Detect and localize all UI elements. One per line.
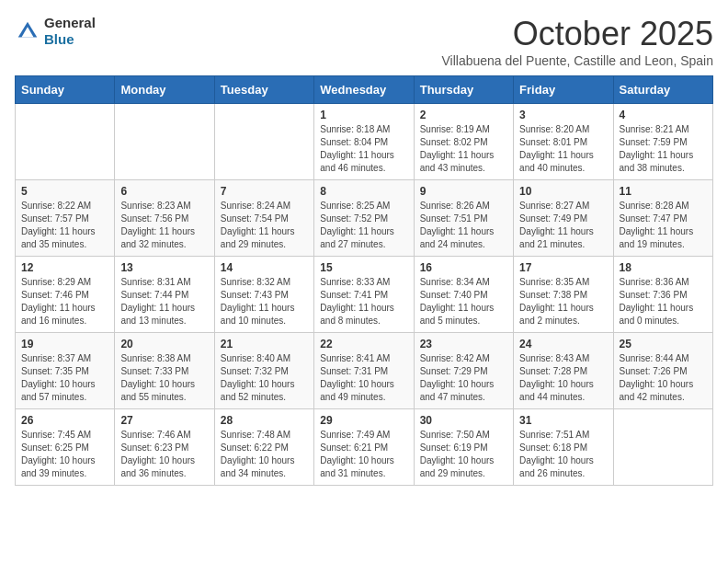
day-info: Sunrise: 8:41 AMSunset: 7:31 PMDaylight:… bbox=[320, 352, 407, 404]
calendar-cell: 15Sunrise: 8:33 AMSunset: 7:41 PMDayligh… bbox=[314, 257, 414, 333]
day-info: Sunrise: 7:45 AMSunset: 6:25 PMDaylight:… bbox=[21, 429, 108, 480]
calendar-table: SundayMondayTuesdayWednesdayThursdayFrid… bbox=[15, 75, 713, 486]
day-number: 6 bbox=[120, 185, 208, 198]
calendar-cell: 31Sunrise: 7:51 AMSunset: 6:18 PMDayligh… bbox=[514, 409, 613, 486]
day-info: Sunrise: 8:44 AMSunset: 7:26 PMDaylight:… bbox=[620, 352, 707, 404]
calendar-week-row: 1Sunrise: 8:18 AMSunset: 8:04 PMDaylight… bbox=[16, 104, 713, 180]
day-info: Sunrise: 8:40 AMSunset: 7:32 PMDaylight:… bbox=[221, 352, 308, 404]
calendar-cell: 25Sunrise: 8:44 AMSunset: 7:26 PMDayligh… bbox=[613, 333, 712, 409]
calendar-cell: 26Sunrise: 7:45 AMSunset: 6:25 PMDayligh… bbox=[16, 409, 115, 486]
day-number: 12 bbox=[21, 261, 108, 274]
calendar-cell: 12Sunrise: 8:29 AMSunset: 7:46 PMDayligh… bbox=[16, 257, 115, 333]
calendar-header-row: SundayMondayTuesdayWednesdayThursdayFrid… bbox=[16, 76, 713, 104]
day-number: 25 bbox=[620, 338, 707, 350]
day-info: Sunrise: 8:26 AMSunset: 7:51 PMDaylight:… bbox=[420, 200, 507, 251]
calendar-week-row: 5Sunrise: 8:22 AMSunset: 7:57 PMDaylight… bbox=[16, 180, 713, 257]
calendar-cell: 5Sunrise: 8:22 AMSunset: 7:57 PMDaylight… bbox=[16, 180, 115, 257]
day-info: Sunrise: 8:36 AMSunset: 7:36 PMDaylight:… bbox=[620, 276, 707, 327]
day-number: 29 bbox=[320, 414, 407, 427]
location-subtitle: Villabuena del Puente, Castille and Leon… bbox=[441, 53, 713, 68]
calendar-cell: 2Sunrise: 8:19 AMSunset: 8:02 PMDaylight… bbox=[414, 104, 513, 180]
day-info: Sunrise: 8:35 AMSunset: 7:38 PMDaylight:… bbox=[519, 276, 607, 327]
day-info: Sunrise: 8:34 AMSunset: 7:40 PMDaylight:… bbox=[420, 276, 507, 327]
calendar-cell: 17Sunrise: 8:35 AMSunset: 7:38 PMDayligh… bbox=[514, 257, 613, 333]
day-info: Sunrise: 8:25 AMSunset: 7:52 PMDaylight:… bbox=[320, 200, 407, 251]
day-info: Sunrise: 8:19 AMSunset: 8:02 PMDaylight:… bbox=[420, 123, 507, 175]
day-number: 8 bbox=[320, 185, 407, 198]
calendar-cell: 7Sunrise: 8:24 AMSunset: 7:54 PMDaylight… bbox=[214, 180, 313, 257]
day-info: Sunrise: 8:22 AMSunset: 7:57 PMDaylight:… bbox=[21, 200, 108, 251]
day-number: 5 bbox=[21, 185, 108, 198]
calendar-cell: 18Sunrise: 8:36 AMSunset: 7:36 PMDayligh… bbox=[613, 257, 712, 333]
month-title: October 2025 bbox=[441, 15, 713, 53]
day-info: Sunrise: 7:50 AMSunset: 6:19 PMDaylight:… bbox=[420, 429, 507, 480]
day-number: 28 bbox=[221, 414, 308, 427]
day-number: 9 bbox=[420, 185, 507, 198]
logo: General Blue bbox=[15, 15, 96, 48]
calendar-cell: 20Sunrise: 8:38 AMSunset: 7:33 PMDayligh… bbox=[115, 333, 214, 409]
calendar-cell: 10Sunrise: 8:27 AMSunset: 7:49 PMDayligh… bbox=[514, 180, 613, 257]
calendar-cell bbox=[613, 409, 712, 486]
day-info: Sunrise: 8:18 AMSunset: 8:04 PMDaylight:… bbox=[320, 123, 407, 175]
day-number: 10 bbox=[519, 185, 607, 198]
day-info: Sunrise: 8:31 AMSunset: 7:44 PMDaylight:… bbox=[120, 276, 208, 327]
day-info: Sunrise: 8:28 AMSunset: 7:47 PMDaylight:… bbox=[620, 200, 707, 251]
day-number: 3 bbox=[519, 109, 607, 121]
day-info: Sunrise: 7:46 AMSunset: 6:23 PMDaylight:… bbox=[120, 429, 208, 480]
weekday-header-saturday: Saturday bbox=[613, 76, 712, 104]
calendar-cell: 30Sunrise: 7:50 AMSunset: 6:19 PMDayligh… bbox=[414, 409, 513, 486]
day-info: Sunrise: 8:33 AMSunset: 7:41 PMDaylight:… bbox=[320, 276, 407, 327]
day-info: Sunrise: 8:42 AMSunset: 7:29 PMDaylight:… bbox=[420, 352, 507, 404]
day-number: 4 bbox=[620, 109, 707, 121]
day-number: 23 bbox=[420, 338, 507, 350]
day-number: 13 bbox=[120, 261, 208, 274]
day-number: 17 bbox=[519, 261, 607, 274]
day-info: Sunrise: 7:48 AMSunset: 6:22 PMDaylight:… bbox=[221, 429, 308, 480]
weekday-header-wednesday: Wednesday bbox=[314, 76, 414, 104]
calendar-cell: 28Sunrise: 7:48 AMSunset: 6:22 PMDayligh… bbox=[214, 409, 313, 486]
logo-icon bbox=[15, 18, 40, 44]
day-number: 30 bbox=[420, 414, 507, 427]
day-number: 27 bbox=[120, 414, 208, 427]
day-number: 11 bbox=[620, 185, 707, 198]
calendar-cell: 27Sunrise: 7:46 AMSunset: 6:23 PMDayligh… bbox=[115, 409, 214, 486]
weekday-header-friday: Friday bbox=[514, 76, 613, 104]
calendar-week-row: 26Sunrise: 7:45 AMSunset: 6:25 PMDayligh… bbox=[16, 409, 713, 486]
day-info: Sunrise: 8:23 AMSunset: 7:56 PMDaylight:… bbox=[120, 200, 208, 251]
day-number: 19 bbox=[21, 338, 108, 350]
weekday-header-tuesday: Tuesday bbox=[214, 76, 313, 104]
day-number: 22 bbox=[320, 338, 407, 350]
day-info: Sunrise: 8:37 AMSunset: 7:35 PMDaylight:… bbox=[21, 352, 108, 404]
page-header: General Blue October 2025 Villabuena del… bbox=[15, 15, 713, 68]
day-number: 24 bbox=[519, 338, 607, 350]
day-number: 31 bbox=[519, 414, 607, 427]
weekday-header-monday: Monday bbox=[115, 76, 214, 104]
calendar-cell: 21Sunrise: 8:40 AMSunset: 7:32 PMDayligh… bbox=[214, 333, 313, 409]
calendar-cell: 8Sunrise: 8:25 AMSunset: 7:52 PMDaylight… bbox=[314, 180, 414, 257]
calendar-cell: 14Sunrise: 8:32 AMSunset: 7:43 PMDayligh… bbox=[214, 257, 313, 333]
calendar-cell: 16Sunrise: 8:34 AMSunset: 7:40 PMDayligh… bbox=[414, 257, 513, 333]
day-number: 20 bbox=[120, 338, 208, 350]
day-info: Sunrise: 8:32 AMSunset: 7:43 PMDaylight:… bbox=[221, 276, 308, 327]
day-info: Sunrise: 8:27 AMSunset: 7:49 PMDaylight:… bbox=[519, 200, 607, 251]
calendar-week-row: 19Sunrise: 8:37 AMSunset: 7:35 PMDayligh… bbox=[16, 333, 713, 409]
calendar-cell: 6Sunrise: 8:23 AMSunset: 7:56 PMDaylight… bbox=[115, 180, 214, 257]
weekday-header-sunday: Sunday bbox=[16, 76, 115, 104]
calendar-cell: 9Sunrise: 8:26 AMSunset: 7:51 PMDaylight… bbox=[414, 180, 513, 257]
calendar-cell: 4Sunrise: 8:21 AMSunset: 7:59 PMDaylight… bbox=[613, 104, 712, 180]
calendar-cell bbox=[16, 104, 115, 180]
calendar-cell: 29Sunrise: 7:49 AMSunset: 6:21 PMDayligh… bbox=[314, 409, 414, 486]
day-number: 18 bbox=[620, 261, 707, 274]
calendar-cell: 23Sunrise: 8:42 AMSunset: 7:29 PMDayligh… bbox=[414, 333, 513, 409]
day-info: Sunrise: 8:20 AMSunset: 8:01 PMDaylight:… bbox=[519, 123, 607, 175]
logo-text: General Blue bbox=[44, 15, 96, 48]
day-info: Sunrise: 8:38 AMSunset: 7:33 PMDaylight:… bbox=[120, 352, 208, 404]
calendar-cell: 13Sunrise: 8:31 AMSunset: 7:44 PMDayligh… bbox=[115, 257, 214, 333]
day-number: 16 bbox=[420, 261, 507, 274]
day-info: Sunrise: 7:51 AMSunset: 6:18 PMDaylight:… bbox=[519, 429, 607, 480]
day-number: 7 bbox=[221, 185, 308, 198]
calendar-cell: 11Sunrise: 8:28 AMSunset: 7:47 PMDayligh… bbox=[613, 180, 712, 257]
calendar-cell: 1Sunrise: 8:18 AMSunset: 8:04 PMDaylight… bbox=[314, 104, 414, 180]
calendar-cell: 19Sunrise: 8:37 AMSunset: 7:35 PMDayligh… bbox=[16, 333, 115, 409]
day-number: 14 bbox=[221, 261, 308, 274]
